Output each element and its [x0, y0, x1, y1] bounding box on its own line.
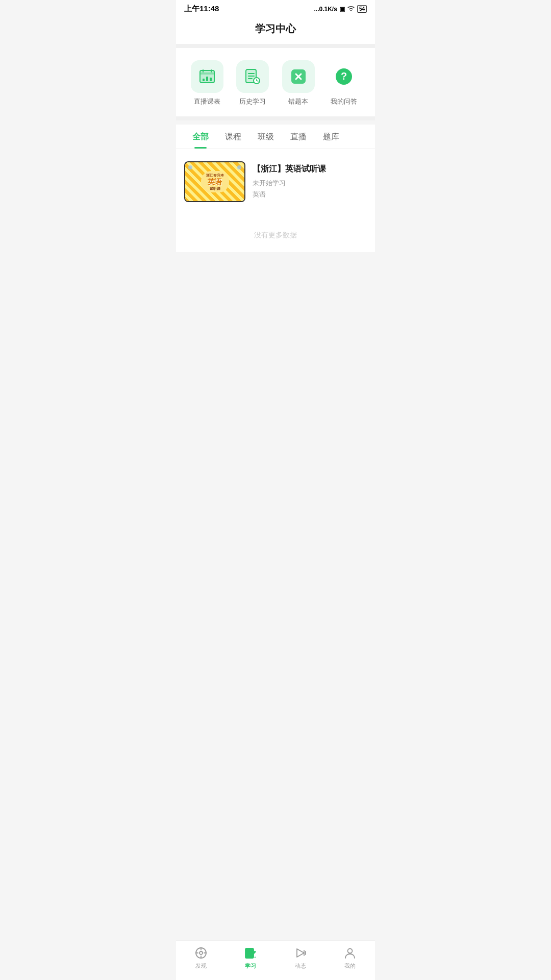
course-thumbnail: 浙江专升本 英语 试听课: [184, 161, 245, 202]
quick-item-qa[interactable]: ? 我的问答: [328, 60, 360, 106]
quick-item-history[interactable]: 历史学习: [236, 60, 269, 106]
course-item[interactable]: 浙江专升本 英语 试听课 【浙江】英语试听课 未开始学习 英语: [184, 157, 367, 206]
qa-icon: ?: [335, 67, 353, 86]
wifi-icon: [347, 5, 355, 13]
quick-item-mistakes[interactable]: 错题本: [282, 60, 315, 106]
signal-icon: ▣: [339, 6, 345, 13]
qa-label: 我的问答: [331, 97, 357, 106]
tab-live[interactable]: 直播: [282, 125, 315, 149]
corner-dot-tl: [188, 165, 192, 169]
course-info: 【浙江】英语试听课 未开始学习 英语: [253, 161, 367, 199]
tab-class[interactable]: 班级: [249, 125, 282, 149]
history-label: 历史学习: [239, 97, 266, 106]
quick-access-section: 直播课表 历史学习: [176, 48, 375, 116]
status-time: 上午11:48: [184, 4, 219, 14]
header-divider: [176, 44, 375, 48]
schedule-label: 直播课表: [194, 97, 220, 106]
page-title: 学习中心: [176, 22, 375, 36]
tabs-row: 全部 课程 班级 直播 题库: [176, 125, 375, 149]
svg-rect-7: [210, 78, 212, 81]
course-title: 【浙江】英语试听课: [253, 163, 367, 175]
no-more-data: 没有更多数据: [176, 214, 375, 252]
course-status: 未开始学习: [253, 179, 367, 188]
page-header: 学习中心: [176, 16, 375, 44]
quick-item-schedule[interactable]: 直播课表: [191, 60, 223, 106]
status-icons: ...0.1K/s ▣ 54: [314, 5, 367, 13]
svg-rect-2: [200, 72, 214, 75]
tabs-section: 全部 课程 班级 直播 题库: [176, 125, 375, 149]
history-icon-wrap: [236, 60, 269, 93]
course-subject: 英语: [253, 190, 367, 199]
history-icon: [243, 67, 262, 86]
svg-line-16: [257, 81, 258, 81]
svg-rect-5: [203, 79, 205, 81]
battery-icon: 54: [357, 5, 367, 13]
course-list: 浙江专升本 英语 试听课 【浙江】英语试听课 未开始学习 英语: [176, 149, 375, 214]
thumb-sub-text: 试听课: [210, 186, 220, 191]
schedule-icon-wrap: [191, 60, 223, 93]
network-speed: ...0.1K/s: [314, 6, 337, 13]
mistakes-label: 错题本: [288, 97, 308, 106]
tab-question[interactable]: 题库: [315, 125, 347, 149]
svg-text:?: ?: [341, 70, 347, 82]
thumb-main-text: 英语: [208, 178, 222, 186]
mistakes-icon-wrap: [282, 60, 315, 93]
qa-icon-wrap: ?: [328, 60, 360, 93]
mistake-icon: [289, 67, 308, 86]
svg-rect-6: [206, 77, 208, 81]
corner-dot-tr: [237, 165, 241, 169]
tab-all[interactable]: 全部: [184, 125, 217, 149]
section-divider: [176, 116, 375, 120]
status-bar: 上午11:48 ...0.1K/s ▣ 54: [176, 0, 375, 16]
tab-course[interactable]: 课程: [217, 125, 249, 149]
calendar-icon: [198, 67, 216, 86]
